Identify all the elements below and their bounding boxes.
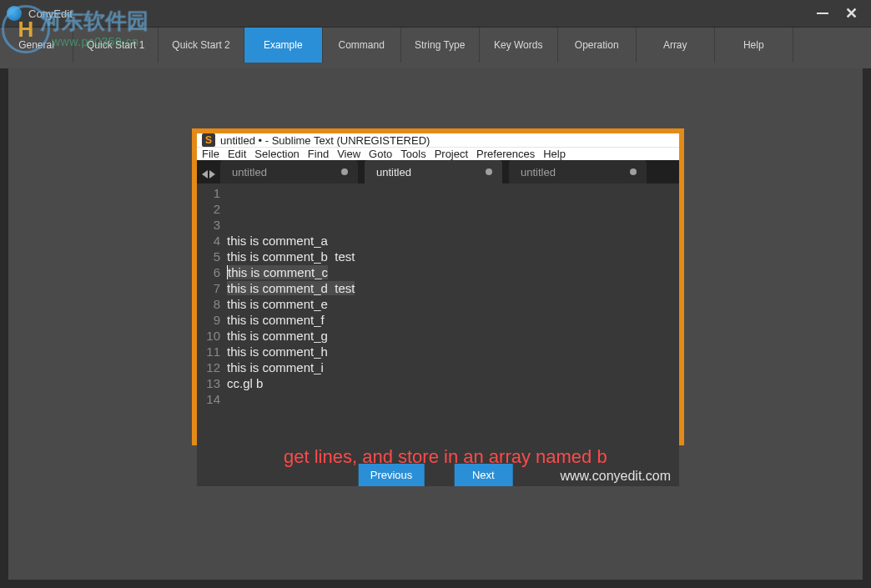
tab-help[interactable]: Help: [715, 28, 793, 63]
nav-buttons: Previous Next: [359, 464, 513, 486]
sublime-menu: FileEditSelectionFindViewGotoToolsProjec…: [197, 147, 679, 160]
sublime-title: untitled • - Sublime Text (UNREGISTERED): [220, 134, 430, 147]
previous-button[interactable]: Previous: [359, 464, 425, 486]
sublime-tab-1[interactable]: untitled: [365, 160, 502, 183]
menu-find[interactable]: Find: [308, 148, 329, 160]
code-line-7[interactable]: this is comment_f: [227, 312, 679, 328]
sublime-titlebar: S untitled • - Sublime Text (UNREGISTERE…: [197, 133, 679, 147]
tab-nav-right-icon[interactable]: [209, 170, 215, 178]
dirty-dot-icon: [341, 168, 348, 175]
sublime-tab-0[interactable]: untitled: [220, 160, 358, 183]
code-line-8[interactable]: this is comment_g: [227, 328, 679, 344]
tab-string-type[interactable]: String Type: [401, 28, 480, 63]
annotation-text: get lines, and store in an array named b: [284, 449, 607, 465]
menu-selection[interactable]: Selection: [254, 148, 299, 160]
code-area[interactable]: this is comment_athis is comment_b testt…: [227, 183, 679, 486]
menu-view[interactable]: View: [337, 148, 360, 160]
app-title: ConyEdit: [28, 8, 817, 20]
tab-quick-start-2[interactable]: Quick Start 2: [159, 28, 244, 63]
menu-help[interactable]: Help: [543, 148, 566, 160]
dirty-dot-icon: [486, 168, 492, 175]
menu-tools[interactable]: Tools: [400, 148, 425, 160]
code-line-2[interactable]: this is comment_a: [227, 233, 679, 249]
next-button[interactable]: Next: [454, 464, 512, 486]
menu-project[interactable]: Project: [435, 148, 468, 160]
line-gutter: 1234567891011121314: [197, 183, 227, 486]
close-button[interactable]: ✕: [845, 4, 858, 23]
code-line-10[interactable]: this is comment_i: [227, 359, 679, 375]
footer-url: www.conyedit.com: [561, 468, 672, 484]
sublime-tab-row: untitleduntitleduntitled: [197, 160, 679, 183]
code-line-11[interactable]: cc.gl b: [227, 375, 679, 391]
tab-nav-left-icon[interactable]: [202, 170, 208, 178]
sublime-tab-2[interactable]: untitled: [509, 160, 647, 183]
code-line-12[interactable]: [227, 391, 679, 407]
code-line-5[interactable]: this is comment_d test: [227, 280, 679, 296]
code-line-13[interactable]: [227, 407, 679, 423]
tab-example[interactable]: Example: [244, 28, 323, 63]
sublime-icon: S: [202, 133, 215, 147]
tab-key-words[interactable]: Key Words: [480, 28, 558, 63]
code-line-6[interactable]: this is comment_e: [227, 296, 679, 312]
minimize-button[interactable]: [817, 13, 828, 14]
sublime-editor[interactable]: 1234567891011121314 this is comment_athi…: [197, 183, 679, 486]
main-tabs: GeneralQuick Start 1Quick Start 2 Exampl…: [0, 27, 871, 68]
code-line-9[interactable]: this is comment_h: [227, 344, 679, 359]
titlebar: ConyEdit ✕: [0, 0, 871, 27]
tab-quick-start-1[interactable]: Quick Start 1: [73, 28, 159, 63]
code-line-14[interactable]: [227, 423, 679, 439]
tab-command[interactable]: Command: [323, 28, 401, 63]
tab-array[interactable]: Array: [637, 28, 715, 63]
menu-edit[interactable]: Edit: [228, 148, 246, 160]
sublime-tab-nav[interactable]: [200, 170, 220, 183]
menu-preferences[interactable]: Preferences: [476, 148, 535, 160]
tab-operation[interactable]: Operation: [558, 28, 637, 63]
code-line-4[interactable]: this is comment_c: [227, 264, 679, 280]
example-screenshot: S untitled • - Sublime Text (UNREGISTERE…: [192, 128, 684, 445]
tab-general[interactable]: General: [0, 28, 73, 63]
code-line-3[interactable]: this is comment_b test: [227, 249, 679, 264]
content-area: S untitled • - Sublime Text (UNREGISTERE…: [8, 68, 863, 580]
menu-file[interactable]: File: [202, 148, 219, 160]
menu-goto[interactable]: Goto: [369, 148, 392, 160]
app-icon: [7, 6, 22, 21]
code-line-1[interactable]: [227, 217, 679, 233]
dirty-dot-icon: [630, 168, 637, 175]
